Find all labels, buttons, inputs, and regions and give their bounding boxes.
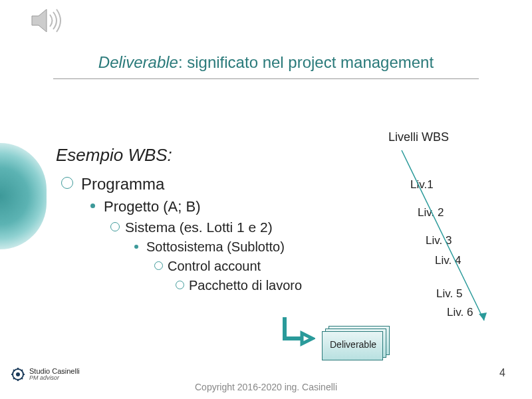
list-item: Control account — [61, 257, 302, 276]
deliverable-icon: Deliverable — [319, 326, 390, 358]
level-label: Liv. 5 — [436, 287, 462, 301]
list-item: Sottosistema (Sublotto) — [61, 237, 302, 257]
logo-subtitle: PM advisor — [29, 375, 80, 381]
list-item: Sistema (es. Lotti 1 e 2) — [61, 217, 302, 237]
svg-line-12 — [13, 378, 15, 379]
arrow-down-right-icon — [278, 316, 315, 354]
svg-line-10 — [13, 370, 15, 371]
list-item: Progetto (A; B) — [61, 196, 302, 217]
levels-label: Livelli WBS — [388, 130, 449, 144]
decorative-circle — [0, 143, 47, 249]
copyright: Copyright 2016-2020 ing. Casinelli — [0, 382, 532, 392]
title-rest: : significato nel project management — [178, 53, 434, 71]
page-number: 4 — [499, 367, 505, 379]
svg-marker-3 — [302, 333, 313, 344]
list-item: Pacchetto di lavoro — [61, 276, 302, 295]
svg-marker-2 — [479, 313, 487, 321]
gear-icon — [11, 367, 25, 382]
level-label: Liv. 6 — [447, 306, 473, 319]
deliverable-label: Deliverable — [330, 339, 376, 350]
svg-marker-0 — [32, 9, 47, 32]
slide-title: Deliverable: significato nel project man… — [0, 53, 532, 72]
list-item: Programma — [61, 173, 302, 196]
level-label: Liv. 2 — [418, 206, 444, 219]
svg-line-13 — [21, 370, 23, 371]
logo: Studio Casinelli PM advisor — [11, 367, 80, 382]
level-label: Liv.1 — [410, 178, 434, 192]
title-italic: Deliverable — [98, 53, 178, 71]
level-label: Liv. 3 — [426, 234, 452, 247]
level-label: Liv. 4 — [435, 254, 461, 267]
speaker-icon — [28, 7, 63, 35]
svg-point-5 — [16, 372, 20, 376]
wbs-list: Programma Progetto (A; B) Sistema (es. L… — [61, 173, 302, 295]
title-divider — [53, 78, 479, 79]
section-heading: Esempio WBS: — [56, 145, 172, 166]
svg-line-11 — [21, 378, 23, 379]
